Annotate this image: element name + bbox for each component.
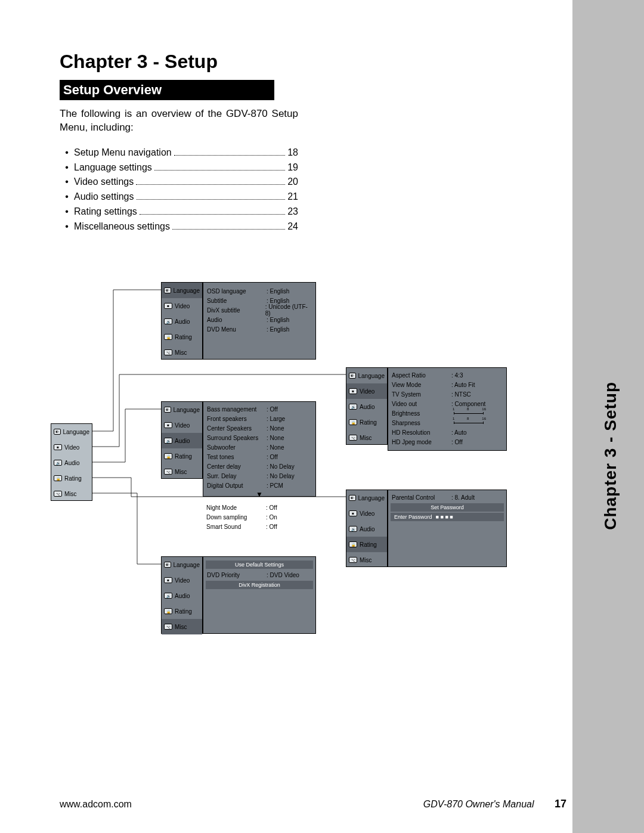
language-menu-panel: LanguageVideoAudioRatingMisc xyxy=(161,282,203,360)
video-icon xyxy=(164,303,172,309)
menu-item-audio: Audio xyxy=(51,455,92,470)
menu-item-rating: Rating xyxy=(162,329,202,345)
detail-row: DVD Menu: English xyxy=(203,324,315,334)
menu-item-video: Video xyxy=(162,298,202,314)
toc-bullet: • xyxy=(60,145,74,160)
detail-key: Front speakers xyxy=(207,416,267,422)
misc-icon xyxy=(164,624,172,630)
detail-value: : On xyxy=(266,514,277,521)
parental-control-value: : 8. Adult xyxy=(451,494,475,501)
toc-bullet: • xyxy=(60,175,74,190)
rating-icon xyxy=(164,608,172,614)
menu-item-misc: Misc xyxy=(346,552,387,568)
detail-value: : Unicode (UTF-8) xyxy=(265,304,312,317)
detail-key: Video out xyxy=(392,401,451,407)
detail-row: Subwoofer: None xyxy=(203,442,315,452)
menu-item-label: Misc xyxy=(360,557,372,563)
detail-row: Bass management: Off xyxy=(203,404,315,414)
menu-item-label: Language xyxy=(63,429,90,435)
table-of-contents: •Setup Menu navigation18•Language settin… xyxy=(60,145,298,234)
menu-item-rating: Rating xyxy=(162,603,202,619)
menu-item-label: Rating xyxy=(175,608,192,615)
menu-item-video: Video xyxy=(162,572,202,588)
detail-key: Subtitle xyxy=(207,298,267,304)
menu-item-misc: Misc xyxy=(162,619,202,634)
toc-page-ref: 21 xyxy=(287,190,298,205)
detail-row: TV System: NTSC xyxy=(388,389,506,399)
detail-row: Front speakers: Large xyxy=(203,414,315,423)
detail-key: DVD Menu xyxy=(207,326,267,333)
menu-item-label: Language xyxy=(358,495,385,501)
detail-key: OSD language xyxy=(207,288,267,295)
scroll-down-arrow-icon: ▼ xyxy=(203,490,315,498)
detail-key: Subwoofer xyxy=(207,444,267,451)
misc-icon xyxy=(54,491,62,497)
audio-menu-panel: LanguageVideoAudioRatingMisc xyxy=(161,401,203,479)
toc-dots xyxy=(137,194,286,200)
video-menu-panel: LanguageVideoAudioRatingMisc xyxy=(346,367,388,445)
toc-dots xyxy=(174,150,286,156)
detail-key: Surr. Delay xyxy=(207,473,267,479)
menu-item-label: Rating xyxy=(64,475,82,482)
menu-item-audio: Audio xyxy=(162,588,202,603)
video-icon xyxy=(349,388,357,394)
detail-value: : None xyxy=(267,425,284,432)
set-password-row: Set Password xyxy=(391,503,504,512)
detail-value: : NTSC xyxy=(451,391,471,398)
toc-page-ref: 20 xyxy=(287,175,298,190)
detail-key: Surround Speakers xyxy=(207,435,267,441)
misc-menu-panel: LanguageVideoAudioRatingMisc xyxy=(161,556,203,634)
language-details-panel: OSD language: EnglishSubtitle: EnglishDi… xyxy=(203,282,316,360)
brightness-scale: 1816 xyxy=(454,423,484,423)
language-icon xyxy=(349,373,356,379)
menu-item-language: Language xyxy=(346,490,387,506)
video-icon xyxy=(164,422,172,428)
rating-icon xyxy=(349,419,357,425)
toc-bullet: • xyxy=(60,219,74,234)
detail-value: : English xyxy=(267,317,289,323)
menu-item-language: Language xyxy=(162,402,202,417)
toc-label: Audio settings xyxy=(74,190,134,205)
detail-key: Night Mode xyxy=(206,504,266,511)
misc-icon xyxy=(349,435,357,441)
toc-page-ref: 24 xyxy=(287,219,298,234)
enter-password-label: Enter Password xyxy=(394,514,432,520)
detail-value: : Off xyxy=(267,454,278,460)
toc-bullet: • xyxy=(60,205,74,219)
menu-item-label: Language xyxy=(358,373,385,379)
toc-page-ref: 18 xyxy=(287,145,298,160)
detail-value: : English xyxy=(267,298,289,304)
menu-item-label: Language xyxy=(174,562,200,568)
detail-value: : Component xyxy=(451,401,485,407)
toc-row: •Video settings20 xyxy=(60,175,298,190)
page-footer: www.adcom.com GDV-870 Owner's Manual 17 xyxy=(60,798,566,810)
video-details-panel: Aspect Ratio: 4:3View Mode: Auto FitTV S… xyxy=(388,367,507,451)
menu-item-label: Rating xyxy=(175,453,192,460)
menu-item-rating: Rating xyxy=(51,470,92,486)
detail-value: : 4:3 xyxy=(451,372,463,379)
menu-item-label: Misc xyxy=(175,469,187,475)
detail-value: : PCM xyxy=(267,482,283,489)
menu-item-label: Rating xyxy=(360,419,377,426)
menu-item-label: Misc xyxy=(64,491,77,497)
detail-key: Center delay xyxy=(207,463,267,470)
detail-row: Brightness1816 xyxy=(388,408,506,418)
detail-key: Brightness xyxy=(392,410,451,417)
chapter-title: Chapter 3 - Setup xyxy=(60,51,370,73)
audio-icon xyxy=(164,438,172,444)
detail-row: Digital Output: PCM xyxy=(203,481,315,490)
toc-dots xyxy=(172,224,285,230)
detail-value: : English xyxy=(267,288,289,295)
audio-extra-rows: Night Mode: OffDown sampling: OnSmart So… xyxy=(203,503,316,531)
detail-value: : None xyxy=(267,435,284,441)
menu-item-language: Language xyxy=(162,557,202,572)
detail-row: Center delay: No Delay xyxy=(203,462,315,471)
menu-item-video: Video xyxy=(162,417,202,433)
audio-icon xyxy=(349,526,357,532)
menu-item-language: Language xyxy=(162,283,202,298)
section-heading: Setup Overview xyxy=(60,80,274,100)
detail-key: Aspect Ratio xyxy=(392,372,451,379)
menu-item-label: Audio xyxy=(360,526,375,532)
menu-item-rating: Rating xyxy=(346,414,387,430)
toc-dots xyxy=(154,165,285,171)
